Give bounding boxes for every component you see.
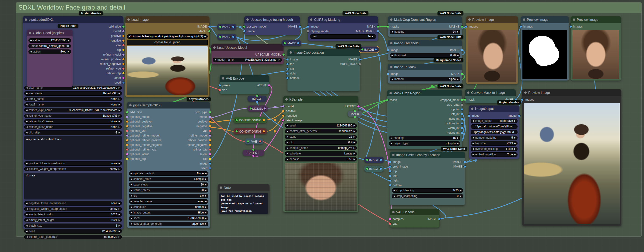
widget-mode[interactable]: modecontrol_before_generate — [28, 44, 71, 48]
reroute-input-port[interactable] — [366, 159, 368, 161]
reroute-input-port[interactable] — [247, 140, 249, 142]
input-port-negative[interactable] — [282, 115, 284, 117]
output-port-clip[interactable] — [209, 158, 211, 160]
widget-text[interactable]: textface — [310, 34, 376, 39]
node-image-to-mask[interactable]: Image To MaskimageMASK◀methodalpha▶ — [388, 64, 462, 84]
node-image-output[interactable]: imageOutputimageimage◀image_outputHide/S… — [469, 106, 519, 159]
collapse-dot-icon[interactable] — [390, 66, 392, 68]
widget-next-icon[interactable]: ▶ — [118, 168, 120, 170]
widget-next-icon[interactable]: ▶ — [457, 142, 459, 145]
input-port-optional_negative[interactable] — [126, 125, 128, 128]
widget-next-icon[interactable]: ▶ — [118, 109, 120, 111]
widget-prev-icon[interactable]: ◀ — [26, 87, 28, 89]
widget-prev-icon[interactable]: ◀ — [394, 190, 395, 192]
node-preview-image-mask[interactable]: Preview Imageimages — [521, 16, 569, 80]
reroute-image-3[interactable]: IMAGE — [282, 40, 301, 46]
widget-next-icon[interactable]: ▶ — [514, 137, 516, 139]
reroute-output-port[interactable] — [380, 159, 382, 161]
node-header[interactable]: KSampler — [283, 96, 358, 103]
input-port-right[interactable] — [286, 72, 289, 75]
node-note[interactable]: NoteCan be used by noodle rehang for the… — [218, 184, 270, 214]
collapse-dot-icon[interactable] — [128, 18, 130, 21]
combo-next-icon[interactable]: ▶ — [204, 36, 206, 38]
widget-sampler_state[interactable]: ◀sampler_stateSample▶ — [129, 177, 208, 181]
node-image-paste-crop[interactable]: Image Paste Crop by LocationimageIMAGEcr… — [390, 152, 465, 205]
widget-overwrite_existing[interactable]: ◀overwrite_existingFalse▶ — [471, 147, 518, 151]
reroute-output-port[interactable] — [297, 42, 299, 44]
output-port-latent[interactable] — [122, 77, 124, 79]
input-port-optional_positive[interactable] — [126, 121, 128, 123]
node-clipseg-masking[interactable]: CLIPSeg MaskingimageMASKclipseg_modelMAS… — [308, 16, 378, 41]
widget-next-icon[interactable]: ▶ — [354, 136, 355, 138]
output-port-sdxl_pipe[interactable] — [209, 111, 211, 114]
reroute-output-port[interactable] — [259, 140, 261, 142]
text-area[interactable]: blurry — [24, 173, 122, 200]
input-port-image[interactable] — [307, 26, 309, 28]
widget-value[interactable]: ◀value1234567890▶ — [28, 38, 71, 43]
input-port-mask[interactable] — [464, 99, 466, 101]
output-port-IMAGE[interactable] — [461, 49, 463, 51]
collapse-dot-icon[interactable] — [285, 98, 288, 100]
collapse-dot-icon[interactable] — [213, 46, 216, 49]
widget-image_output[interactable]: ◀image_outputHide/Save▶ — [471, 119, 518, 123]
widget-prev-icon[interactable]: ◀ — [472, 137, 474, 139]
reroute-output-port[interactable] — [232, 36, 234, 38]
reroute-image-4[interactable]: IMAGE — [248, 96, 267, 102]
widget-negative_token_normalization[interactable]: ◀negative_token_normalizationnone▶ — [24, 201, 122, 206]
output-port-refiner_positive[interactable] — [209, 139, 211, 142]
widget-prev-icon[interactable]: ◀ — [26, 202, 28, 204]
widget-prev-icon[interactable]: ◀ — [472, 142, 474, 144]
output-port-LATENT[interactable] — [358, 106, 360, 108]
widget-prev-icon[interactable]: ◀ — [130, 189, 132, 191]
collapse-dot-icon[interactable] — [392, 211, 394, 213]
widget-prev-icon[interactable]: ◀ — [26, 98, 28, 100]
node-header[interactable]: Note — [218, 184, 270, 191]
widget-prev-icon[interactable]: ◀ — [391, 78, 393, 80]
input-port-latent_image[interactable] — [282, 120, 284, 122]
widget-next-icon[interactable]: ▶ — [118, 225, 120, 227]
widget-prev-icon[interactable]: ◀ — [26, 109, 28, 111]
widget-next-icon[interactable]: ▶ — [118, 202, 120, 204]
output-port-IMAGE[interactable] — [299, 26, 301, 28]
widget-next-icon[interactable]: ▶ — [460, 195, 462, 197]
reroute-input-port[interactable] — [366, 168, 368, 170]
node-header[interactable]: Preview Image — [466, 16, 518, 23]
input-port-images[interactable] — [465, 26, 467, 28]
output-port-crop_data[interactable] — [461, 104, 463, 106]
widget-crop_blending[interactable]: ◀crop_blending0.25▶ — [392, 188, 463, 193]
output-port-vae[interactable] — [122, 44, 124, 46]
input-port-samples[interactable] — [389, 218, 391, 220]
widget-prev-icon[interactable]: ◀ — [130, 200, 132, 202]
widget-prev-icon[interactable]: ◀ — [472, 120, 474, 122]
input-port-optional_vae[interactable] — [126, 130, 128, 132]
widget-prev-icon[interactable]: ◀ — [26, 168, 28, 170]
widget-prev-icon[interactable]: ◀ — [390, 142, 392, 145]
output-port-IMAGE[interactable] — [438, 218, 440, 220]
reroute-output-port[interactable] — [232, 26, 234, 28]
input-port-bottom[interactable] — [286, 77, 289, 79]
output-port-refiner_clip[interactable] — [122, 72, 124, 74]
node-header[interactable]: Mask Crop Region — [387, 90, 462, 96]
toggle-icon[interactable] — [66, 44, 69, 47]
widget-next-icon[interactable]: ▶ — [205, 195, 207, 197]
output-port-IMAGE[interactable] — [464, 161, 466, 163]
node-load-image[interactable]: Load ImageIMAGEMASK◀1girl simple backgro… — [125, 16, 209, 97]
reroute-output-port[interactable] — [264, 108, 266, 110]
collapse-dot-icon[interactable] — [524, 92, 527, 94]
input-port-optional_refiner_vae[interactable] — [126, 149, 128, 151]
widget-prev-icon[interactable]: ◀ — [390, 137, 392, 139]
node-header[interactable]: Global Seed (Inspire) — [27, 30, 72, 36]
widget-prev-icon[interactable]: ◀ — [26, 162, 28, 164]
widget-next-icon[interactable]: ▶ — [118, 92, 120, 94]
node-header[interactable]: Preview Image — [522, 89, 621, 96]
node-header[interactable]: pipeLoaderSDXL — [23, 16, 124, 23]
widget-next-icon[interactable]: ▶ — [354, 142, 355, 144]
widget-next-icon[interactable]: ▶ — [118, 236, 120, 238]
reroute-output-port[interactable] — [252, 155, 254, 157]
input-port-model[interactable] — [282, 106, 284, 108]
collapse-dot-icon[interactable] — [222, 77, 224, 80]
widget-prev-icon[interactable]: ◀ — [26, 230, 28, 232]
widget-prev-icon[interactable]: ◀ — [130, 184, 132, 186]
output-port-width_int[interactable] — [461, 127, 463, 129]
node-header[interactable]: Image Threshold — [388, 40, 462, 46]
